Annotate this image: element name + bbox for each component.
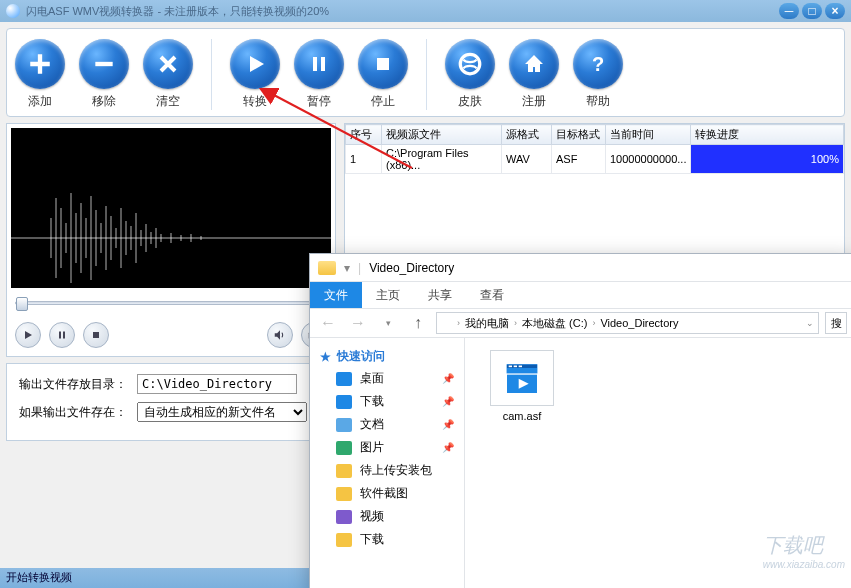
add-button[interactable]: 添加 bbox=[15, 39, 65, 110]
remove-label: 移除 bbox=[92, 93, 116, 110]
output-exists-select[interactable]: 自动生成相应的新文件名 bbox=[137, 402, 307, 422]
tab-file[interactable]: 文件 bbox=[310, 282, 362, 308]
window-title: 闪电ASF WMV视频转换器 - 未注册版本，只能转换视频的20% bbox=[26, 4, 329, 19]
col-progress[interactable]: 转换进度 bbox=[691, 125, 844, 145]
breadcrumb-seg[interactable]: 本地磁盘 (C:) bbox=[519, 316, 590, 331]
skin-label: 皮肤 bbox=[458, 93, 482, 110]
main-toolbar: 添加 移除 清空 转换 暂停 停止 皮肤 注册 ? 帮助 bbox=[6, 28, 845, 117]
col-index[interactable]: 序号 bbox=[346, 125, 382, 145]
pin-icon: 📌 bbox=[442, 396, 454, 407]
tab-home[interactable]: 主页 bbox=[362, 282, 414, 308]
desktop-icon bbox=[336, 372, 352, 386]
output-dir-input[interactable] bbox=[137, 374, 297, 394]
help-label: 帮助 bbox=[586, 93, 610, 110]
video-preview bbox=[11, 128, 331, 288]
svg-rect-2 bbox=[321, 57, 325, 71]
sidebar-item[interactable]: 下载📌 bbox=[314, 390, 460, 413]
pin-icon: 📌 bbox=[442, 419, 454, 430]
nav-back-button[interactable]: ← bbox=[316, 311, 340, 335]
minimize-button[interactable]: ─ bbox=[779, 3, 799, 19]
stop-label: 停止 bbox=[371, 93, 395, 110]
col-curtime[interactable]: 当前时间 bbox=[606, 125, 691, 145]
title-bar: 闪电ASF WMV视频转换器 - 未注册版本，只能转换视频的20% ─ □ × bbox=[0, 0, 851, 22]
breadcrumb[interactable]: › 我的电脑› 本地磁盘 (C:)› Video_Directory ⌄ bbox=[436, 312, 819, 334]
folder-icon bbox=[336, 487, 352, 501]
sidebar-item[interactable]: 下载 bbox=[314, 528, 460, 551]
svg-point-4 bbox=[460, 54, 480, 74]
sidebar-item[interactable]: 软件截图 bbox=[314, 482, 460, 505]
doc-icon bbox=[336, 418, 352, 432]
pause-label: 暂停 bbox=[307, 93, 331, 110]
close-button[interactable]: × bbox=[825, 3, 845, 19]
video-icon bbox=[336, 510, 352, 524]
register-button[interactable]: 注册 bbox=[509, 39, 559, 110]
explorer-address-bar: ← → ▾ ↑ › 我的电脑› 本地磁盘 (C:)› Video_Directo… bbox=[310, 308, 851, 338]
search-input[interactable]: 搜 bbox=[825, 312, 847, 334]
explorer-content[interactable]: cam.asf bbox=[465, 338, 851, 588]
chevron-down-icon[interactable]: ⌄ bbox=[806, 318, 814, 328]
convert-button[interactable]: 转换 bbox=[230, 39, 280, 110]
skin-button[interactable]: 皮肤 bbox=[445, 39, 495, 110]
stop-button[interactable]: 停止 bbox=[358, 39, 408, 110]
svg-rect-1 bbox=[313, 57, 317, 71]
question-icon: ? bbox=[573, 39, 623, 89]
remove-button[interactable]: 移除 bbox=[79, 39, 129, 110]
register-label: 注册 bbox=[522, 93, 546, 110]
seek-slider[interactable] bbox=[15, 294, 325, 312]
volume-button[interactable] bbox=[267, 322, 293, 348]
svg-rect-3 bbox=[377, 58, 389, 70]
col-srcfmt[interactable]: 源格式 bbox=[502, 125, 552, 145]
svg-rect-45 bbox=[519, 366, 522, 368]
nav-recent-button[interactable]: ▾ bbox=[376, 311, 400, 335]
skin-icon bbox=[445, 39, 495, 89]
sidebar-item-label: 桌面 bbox=[360, 370, 384, 387]
sidebar-item[interactable]: 待上传安装包 bbox=[314, 459, 460, 482]
sidebar-item-label: 下载 bbox=[360, 393, 384, 410]
play-icon bbox=[230, 39, 280, 89]
explorer-sidebar: ★ 快速访问 桌面📌下载📌文档📌图片📌待上传安装包软件截图视频下载 bbox=[310, 338, 465, 588]
sidebar-item[interactable]: 桌面📌 bbox=[314, 367, 460, 390]
output-dir-label: 输出文件存放目录： bbox=[19, 376, 127, 393]
svg-text:?: ? bbox=[592, 53, 604, 75]
nav-up-button[interactable]: ↑ bbox=[406, 311, 430, 335]
folder-icon bbox=[336, 464, 352, 478]
tab-share[interactable]: 共享 bbox=[414, 282, 466, 308]
output-exists-label: 如果输出文件存在： bbox=[19, 404, 127, 421]
sidebar-item-label: 视频 bbox=[360, 508, 384, 525]
help-button[interactable]: ? 帮助 bbox=[573, 39, 623, 110]
sidebar-item-label: 下载 bbox=[360, 531, 384, 548]
nav-forward-button[interactable]: → bbox=[346, 311, 370, 335]
col-source[interactable]: 视频源文件 bbox=[382, 125, 502, 145]
mini-pause-button[interactable] bbox=[49, 322, 75, 348]
clear-label: 清空 bbox=[156, 93, 180, 110]
waveform bbox=[11, 188, 331, 288]
mini-stop-button[interactable] bbox=[83, 322, 109, 348]
task-table: 序号 视频源文件 源格式 目标格式 当前时间 转换进度 1C:\Program … bbox=[345, 124, 844, 174]
tab-view[interactable]: 查看 bbox=[466, 282, 518, 308]
mini-play-button[interactable] bbox=[15, 322, 41, 348]
picture-icon bbox=[336, 441, 352, 455]
sidebar-item[interactable]: 图片📌 bbox=[314, 436, 460, 459]
stop-icon bbox=[358, 39, 408, 89]
sidebar-item-label: 文档 bbox=[360, 416, 384, 433]
sidebar-item-label: 图片 bbox=[360, 439, 384, 456]
file-item[interactable]: cam.asf bbox=[477, 350, 567, 422]
minus-icon bbox=[79, 39, 129, 89]
folder-icon bbox=[336, 533, 352, 547]
app-icon bbox=[6, 4, 20, 18]
svg-rect-43 bbox=[509, 366, 512, 368]
table-row[interactable]: 1C:\Program Files (x86)...WAVASF10000000… bbox=[346, 145, 844, 174]
sidebar-item[interactable]: 视频 bbox=[314, 505, 460, 528]
col-dstfmt[interactable]: 目标格式 bbox=[552, 125, 606, 145]
home-icon bbox=[509, 39, 559, 89]
breadcrumb-seg[interactable]: 我的电脑 bbox=[462, 316, 512, 331]
clear-button[interactable]: 清空 bbox=[143, 39, 193, 110]
breadcrumb-seg[interactable]: Video_Directory bbox=[597, 317, 681, 329]
svg-rect-0 bbox=[95, 62, 112, 66]
pause-button[interactable]: 暂停 bbox=[294, 39, 344, 110]
sidebar-item-label: 待上传安装包 bbox=[360, 462, 432, 479]
sidebar-item[interactable]: 文档📌 bbox=[314, 413, 460, 436]
sidebar-item-label: 软件截图 bbox=[360, 485, 408, 502]
quick-access-heading[interactable]: ★ 快速访问 bbox=[314, 346, 460, 367]
maximize-button[interactable]: □ bbox=[802, 3, 822, 19]
